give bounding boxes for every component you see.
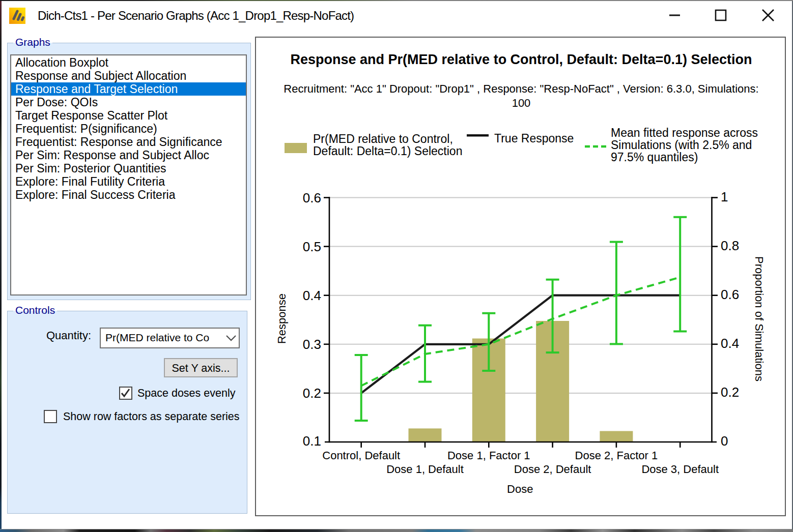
svg-text:1: 1 <box>721 189 728 204</box>
svg-text:Pr(MED relative to Control,: Pr(MED relative to Control, <box>313 132 453 145</box>
svg-text:0: 0 <box>721 433 728 449</box>
svg-text:Proportion of Simulations: Proportion of Simulations <box>753 256 766 381</box>
svg-text:Dose 2, Default: Dose 2, Default <box>514 463 591 476</box>
svg-text:Dose 1, Default: Dose 1, Default <box>386 463 464 476</box>
svg-text:True Response: True Response <box>494 132 574 145</box>
svg-text:Response and Pr(MED relative t: Response and Pr(MED relative to Control,… <box>291 52 752 67</box>
svg-text:Dose 2, Factor 1: Dose 2, Factor 1 <box>575 449 658 462</box>
svg-text:Dose 3, Default: Dose 3, Default <box>641 463 719 476</box>
svg-text:0.5: 0.5 <box>303 239 321 254</box>
svg-text:0.2: 0.2 <box>303 386 321 401</box>
svg-text:0.8: 0.8 <box>721 238 739 253</box>
svg-text:97.5% quantiles): 97.5% quantiles) <box>611 151 698 164</box>
svg-text:0.6: 0.6 <box>303 190 321 205</box>
svg-text:0.2: 0.2 <box>721 385 739 400</box>
svg-text:Response: Response <box>275 293 288 344</box>
svg-text:Mean fitted response across: Mean fitted response across <box>611 126 758 139</box>
svg-text:0.4: 0.4 <box>303 288 321 303</box>
svg-text:0.6: 0.6 <box>721 287 739 302</box>
svg-text:100: 100 <box>512 97 531 109</box>
svg-text:Simulations (with 2.5% and: Simulations (with 2.5% and <box>611 138 752 152</box>
svg-text:0.1: 0.1 <box>303 433 321 449</box>
svg-text:0.3: 0.3 <box>303 337 321 352</box>
svg-text:Dose: Dose <box>507 483 533 495</box>
svg-text:Recruitment: "Acc 1" Dropout:: Recruitment: "Acc 1" Dropout: "Drop1" , … <box>284 82 758 95</box>
svg-text:Dose 1, Factor 1: Dose 1, Factor 1 <box>447 449 530 462</box>
svg-text:0.4: 0.4 <box>721 336 739 351</box>
svg-text:Default: Delta=0.1) Selection: Default: Delta=0.1) Selection <box>313 144 462 158</box>
svg-text:Control, Default: Control, Default <box>322 449 400 462</box>
